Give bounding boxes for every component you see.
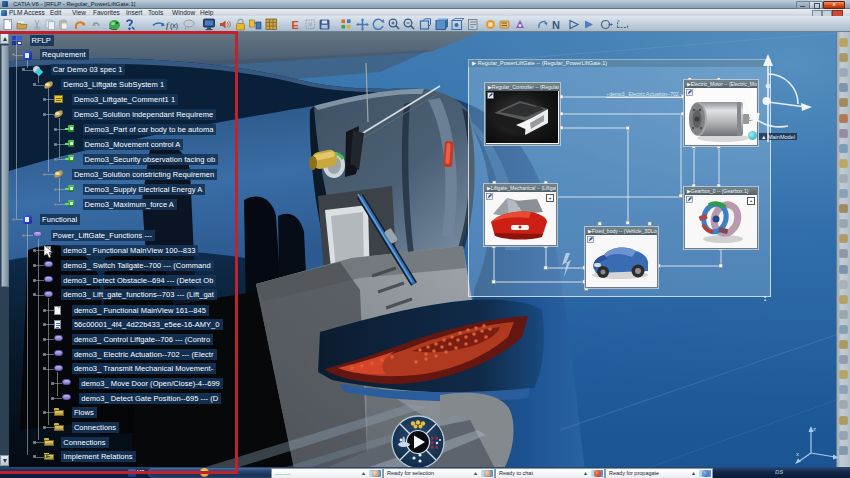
svg-text:E: E (292, 19, 299, 31)
svg-text:z: z (813, 426, 816, 432)
svg-text:x: x (796, 451, 799, 457)
svg-text:N: N (552, 19, 560, 31)
svg-text:(x): (x) (170, 22, 178, 30)
